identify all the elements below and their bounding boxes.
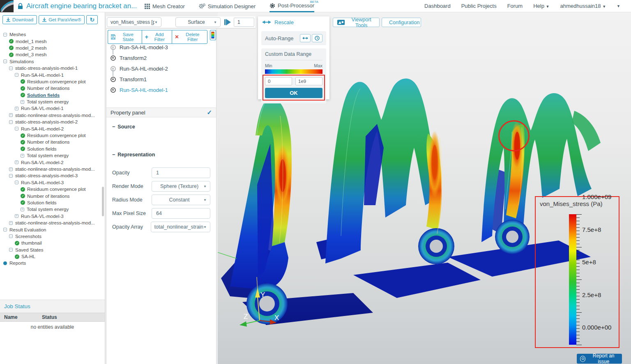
tree-item-model-3-mesh[interactable]: ✓model_3 mesh: [0, 51, 105, 58]
nav-help-menu[interactable]: Help ▼: [533, 3, 549, 9]
expand-icon[interactable]: +: [21, 208, 24, 211]
tree-item-run-sa-vl-model-3[interactable]: +Run-SA-VL-model-3: [0, 213, 105, 220]
visibility-eye-icon[interactable]: [110, 87, 116, 93]
tree-item-run-sa-vl-model-2[interactable]: +Run-SA-VL-model-2: [0, 159, 105, 165]
tree-item-solution-fields[interactable]: ✓Solution fields: [0, 92, 105, 98]
nav-public-projects[interactable]: Public Projects: [461, 3, 497, 9]
user-menu[interactable]: ahmedhussain18 ▼: [560, 3, 606, 9]
collapse-icon[interactable]: −: [9, 120, 13, 124]
download-button[interactable]: Download: [2, 15, 37, 24]
tree-item-static-stress-analysis-model-3[interactable]: −static-stress-analysis-model-3: [0, 172, 105, 179]
collapse-icon[interactable]: −: [9, 234, 13, 238]
field-select[interactable]: von_Mises_stress [point-data]▼: [107, 17, 161, 27]
opacity-array-select[interactable]: total_nonlinear_strain▼: [151, 222, 210, 232]
representation-select[interactable]: Surface▼: [175, 17, 221, 27]
visibility-eye-icon[interactable]: [110, 76, 116, 82]
tree-item-total-system-energy[interactable]: +Total system energy: [0, 152, 105, 159]
max-pixel-size-input[interactable]: [152, 208, 210, 219]
tree-item-screenshots[interactable]: −Screenshots: [0, 233, 105, 240]
tree-item-model-1-mesh[interactable]: ✓model_1 mesh: [0, 38, 105, 44]
expand-icon[interactable]: +: [15, 214, 18, 218]
tree-item-residuum-convergence-plot[interactable]: ✓Residuum convergence plot: [0, 186, 105, 192]
render-mode-select[interactable]: Sphere (Texture)▼: [152, 181, 210, 192]
tree-item-reports[interactable]: Reports: [0, 260, 105, 266]
range-min-input[interactable]: [265, 77, 292, 85]
viewport-tools-button[interactable]: Viewport Tools: [333, 18, 380, 27]
tree-item-static-stress-analysis-model-1[interactable]: −static-stress-analysis-model-1: [0, 65, 105, 71]
tree-item-run-sa-hl-model-3[interactable]: −Run-SA-HL-model-3: [0, 179, 105, 186]
pipeline-item-run-sa-hl-model-2[interactable]: Run-SA-HL-model-2: [106, 63, 216, 74]
tab-post-processor[interactable]: Post-Processor BETA: [269, 0, 314, 12]
tab-simulation-designer[interactable]: Simulation Designer: [199, 0, 256, 12]
expand-icon[interactable]: +: [9, 221, 13, 225]
tree-item-run-sa-hl-model-2[interactable]: −Run-SA-HL-model-2: [0, 125, 105, 132]
tab-mesh-creator[interactable]: Mesh Creator: [145, 0, 185, 12]
nav-forum[interactable]: Forum: [507, 3, 523, 9]
get-paraview-button[interactable]: Get ParaView®: [39, 15, 85, 24]
pipeline-item-run-sa-hl-model-1[interactable]: Run-SA-HL-model-1: [106, 85, 216, 95]
auto-range-spatial-button[interactable]: [300, 34, 311, 42]
tree-item-total-system-energy[interactable]: +Total system energy: [0, 206, 105, 213]
collapse-icon[interactable]: −: [3, 60, 7, 63]
project-title[interactable]: Aircraft engine bearing bracket an...: [26, 2, 137, 10]
tree-scrollbar[interactable]: [102, 187, 104, 216]
collapse-icon[interactable]: −: [3, 33, 7, 37]
expand-icon[interactable]: +: [21, 100, 24, 104]
collapse-icon[interactable]: −: [3, 228, 7, 231]
refresh-button[interactable]: ↻: [86, 15, 98, 24]
opacity-input[interactable]: [152, 167, 210, 178]
source-section-header[interactable]: −Source: [112, 124, 210, 130]
collapse-icon[interactable]: −: [9, 174, 13, 178]
colorbar-toggle-button[interactable]: [210, 30, 216, 40]
tree-item-number-of-iterations[interactable]: ✓Number of iterations: [0, 85, 105, 92]
auto-range-temporal-button[interactable]: [312, 34, 322, 42]
tree-item-result-evaluation[interactable]: −Result Evaluation: [0, 226, 105, 233]
extra-menu-chevron-icon[interactable]: ▼: [617, 4, 620, 8]
tree-item-sa-hl[interactable]: ✓SA-HL: [0, 253, 105, 260]
tree-item-residuum-convergence-plot[interactable]: ✓Residuum convergence plot: [0, 78, 105, 85]
collapse-icon[interactable]: −: [15, 73, 18, 77]
expand-icon[interactable]: +: [9, 113, 13, 117]
collapse-icon[interactable]: −: [9, 248, 13, 252]
tree-item-static-nonlinear-stress-analysis-mod[interactable]: +static-nonlinear-stress-analysis-mod...: [0, 166, 105, 172]
ok-button[interactable]: OK: [265, 88, 322, 98]
expand-icon[interactable]: +: [15, 160, 18, 164]
tree-item-total-system-energy[interactable]: +Total system energy: [0, 98, 105, 105]
configuration-button[interactable]: Configuration: [382, 18, 421, 27]
range-max-input[interactable]: [295, 77, 322, 85]
tree-item-static-nonlinear-stress-analysis-mod[interactable]: +static-nonlinear-stress-analysis-mod...: [0, 112, 105, 119]
collapse-icon[interactable]: −: [15, 127, 18, 130]
property-panel-header[interactable]: Property panel ✓: [106, 108, 216, 117]
expand-icon[interactable]: +: [9, 167, 13, 171]
tree-item-saved-states[interactable]: −Saved States: [0, 247, 105, 253]
collapse-icon[interactable]: −: [9, 66, 13, 70]
nav-dashboard[interactable]: Dashboard: [424, 3, 451, 9]
tree-item-static-stress-analysis-model-2[interactable]: −static-stress-analysis-model-2: [0, 119, 105, 125]
tree-item-solution-fields[interactable]: ✓Solution fields: [0, 199, 105, 206]
expand-icon[interactable]: +: [21, 154, 24, 158]
pipeline-item-transform2[interactable]: Transform2: [106, 53, 216, 63]
tree-item-run-sa-hl-model-1[interactable]: −Run-SA-HL-model-1: [0, 71, 105, 78]
tree-item-simulations[interactable]: −Simulations: [0, 58, 105, 65]
radius-mode-select[interactable]: Constant▼: [152, 195, 210, 205]
tree-item-solution-fields[interactable]: ✓Solution fields: [0, 146, 105, 152]
play-button[interactable]: [223, 17, 233, 27]
visibility-eye-icon[interactable]: [110, 55, 116, 61]
tree-item-meshes[interactable]: −Meshes: [0, 31, 105, 38]
tree-item-static-nonlinear-stress-analysis-mod[interactable]: +static-nonlinear-stress-analysis-mod...: [0, 220, 105, 226]
tree-item-thumbnail[interactable]: ✓thumbnail: [0, 240, 105, 246]
pipeline-item-transform1[interactable]: Transform1: [106, 74, 216, 85]
tree-item-residuum-convergence-plot[interactable]: ✓Residuum convergence plot: [0, 132, 105, 139]
representation-section-header[interactable]: −Representation: [112, 152, 210, 158]
expand-icon[interactable]: +: [15, 107, 18, 110]
pipeline-item-run-sa-hl-model-3[interactable]: Run-SA-HL-model-3: [106, 42, 216, 53]
camera-icon: [580, 356, 585, 362]
tree-item-run-sa-vl-model-1[interactable]: +Run-SA-VL-model-1: [0, 105, 105, 112]
frame-input[interactable]: [234, 18, 254, 27]
tree-item-model-2-mesh[interactable]: ✓model_2 mesh: [0, 45, 105, 51]
tree-item-number-of-iterations[interactable]: ✓Number of iterations: [0, 192, 105, 199]
collapse-icon[interactable]: −: [15, 181, 18, 184]
report-issue-button[interactable]: Report an issue: [577, 354, 622, 364]
rescale-button[interactable]: Rescale: [258, 16, 329, 28]
tree-item-number-of-iterations[interactable]: ✓Number of iterations: [0, 139, 105, 145]
